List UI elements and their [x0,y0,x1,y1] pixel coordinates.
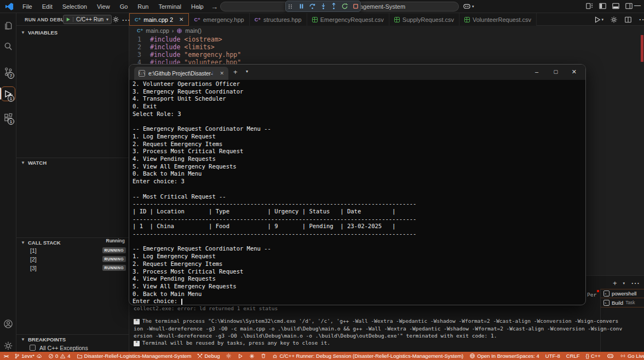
accounts-icon[interactable] [0,316,16,332]
tab-supplyrequest-csv[interactable]: SupplyRequest.csv [389,13,459,26]
stop-icon[interactable] [351,2,360,11]
problems-item[interactable]: 0 4 [48,353,71,359]
runner-star-icon[interactable] [249,353,255,359]
drag-grip-icon[interactable] [286,2,295,11]
menu-run[interactable]: Run [133,3,153,10]
console-title-bar[interactable]: C:\ e:\Github Project\Disaster-Re ✕ + ▾ … [129,65,585,80]
close-icon[interactable]: ✕ [220,71,224,76]
editor-code[interactable]: 1 #include <iostream> 2 #include <limits… [129,36,644,68]
search-icon[interactable] [0,38,16,55]
new-tab-icon[interactable]: + [233,68,238,76]
breadcrumb-file[interactable]: main.cpp [146,27,169,34]
branch-item[interactable]: 1evx* [14,353,42,359]
menu-view[interactable]: View [92,3,115,10]
runner-gear-icon[interactable] [610,16,618,24]
run-or-debug-button[interactable]: ▾ [594,16,603,24]
menu-selection[interactable]: Selection [58,3,92,10]
editor-actions: ▾ ⋯ [594,13,643,26]
console-cursor [181,299,182,305]
console-tab[interactable]: C:\ e:\Github Project\Disaster-Re ✕ [134,67,228,80]
terminal-output[interactable]: collect2.exe: error: ld returned 1 exit … [134,305,602,346]
toggle-panel-icon[interactable] [612,2,620,10]
console-close-icon[interactable]: ✕ [572,68,577,76]
trash-icon[interactable] [261,353,266,359]
breakpoint-all-cpp-exceptions[interactable]: All C++ Exceptions [16,344,129,352]
section-breakpoints[interactable]: ▼ BREAKPOINTS [16,335,129,344]
debug-toolbar [285,1,361,12]
more-actions-icon[interactable]: ⋯ [639,14,644,25]
window-minimize-icon[interactable]: — [634,2,641,9]
thread-status-badge: RUNNING [102,265,126,271]
call-stack-thread-2[interactable]: [2] RUNNING [16,255,129,264]
indentation-item[interactable]: Spaces: 4 [516,353,539,359]
console-minimize-icon[interactable]: – [535,68,538,75]
cpp-runner-session-item[interactable]: C/C++ Runner: Debug Session (Disaster-Re… [272,353,463,359]
open-in-browser-item[interactable]: Open In Browser [469,353,516,359]
tab-structures-hpp[interactable]: C⁺ structures.hpp [250,13,307,26]
new-terminal-icon[interactable]: + [613,279,617,287]
command-center-text: agement-System [360,3,405,10]
console-window[interactable]: C:\ e:\Github Project\Disaster-Re ✕ + ▾ … [129,64,586,305]
layout-customize-icon[interactable] [585,2,594,10]
nav-back-icon[interactable]: ← [196,3,203,11]
cloud-upload-icon [36,353,42,359]
remote-indicator[interactable]: >< [4,353,8,359]
step-out-icon[interactable] [329,2,338,11]
open-in-browser-label: Open In Browser [477,353,516,359]
menu-terminal[interactable]: Terminal [154,3,187,10]
tab-main-cpp[interactable]: C⁺ main.cpp 2 ✕ [129,13,189,26]
chevron-down-icon[interactable]: ▾ [246,69,248,74]
split-editor-icon[interactable] [624,16,632,24]
nav-forward-icon[interactable]: → [211,3,218,11]
tab-volunteerrequest-csv[interactable]: VolunteerRequest.csv [459,13,537,26]
call-stack-thread-3[interactable]: [3] RUNNING [16,264,129,272]
symbol-method-icon [176,28,182,34]
step-into-icon[interactable] [319,2,328,11]
toggle-sidebar-icon[interactable] [599,2,607,10]
encoding-item[interactable]: UTF-8 [545,353,560,359]
run-debug-sidebar: RUN AND DEBUG C/C++ Run ▾ ⋯ ▼ VARIABLES … [16,13,129,352]
error-count: 0 [55,353,58,359]
debug-mode-item[interactable]: Debug [197,353,220,359]
go-live-item[interactable]: Go Live [620,353,644,359]
copilot-status-icon[interactable] [607,352,614,359]
runner-settings-icon[interactable] [226,353,232,359]
git-branch-icon [14,353,20,359]
toggle-secondary-sidebar-icon[interactable] [625,2,633,10]
debug-settings-gear-icon[interactable] [112,16,119,23]
menu-go[interactable]: Go [115,3,133,10]
csv-file-icon [464,17,470,22]
console-tab-title: e:\Github Project\Disaster-Re [148,71,213,77]
checkbox[interactable] [30,345,36,351]
breadcrumb-symbol[interactable]: main() [185,27,202,34]
tab-emergency-hpp[interactable]: C⁺ emergency.hpp [189,13,249,26]
menu-edit[interactable]: Edit [37,3,58,10]
chevron-down-icon: ▾ [472,4,474,9]
pause-icon[interactable] [297,2,306,11]
tab-emergencyrequest-csv[interactable]: EmergencyRequest.csv [307,13,389,26]
explorer-icon[interactable] [0,18,16,34]
terminal-tab-build-task[interactable]: >_ Build Task [601,298,644,307]
globe-icon [469,353,475,359]
debug-config-dropdown[interactable]: C/C++ Run ▾ [63,15,112,24]
folder-item[interactable]: Disaster-Relief-Logistics-Management-Sys… [77,353,192,359]
restart-icon[interactable] [340,2,349,11]
console-output[interactable]: 2. Volunteer Operations Officer 3. Emerg… [133,80,416,305]
section-variables[interactable]: ▼ VARIABLES [16,28,129,37]
call-stack-thread-1[interactable]: [1] RUNNING [16,246,129,255]
section-watch[interactable]: ▼ WATCH [16,158,129,167]
terminal-line: collect2.exe: error: ld returned 1 exit … [134,305,602,312]
call-stack-status: Running [106,238,125,243]
run-play-icon[interactable] [238,353,243,359]
console-maximize-icon[interactable]: ▢ [553,69,558,74]
menu-file[interactable]: File [18,3,37,10]
language-mode-item[interactable]: {} C++ [586,353,601,359]
copilot-button[interactable]: ▾ [463,2,474,10]
step-over-icon[interactable] [308,2,317,11]
chevron-down-icon[interactable]: ▾ [623,281,625,286]
eol-item[interactable]: CRLF [566,353,580,359]
start-debug-button[interactable] [64,17,73,22]
more-actions-icon[interactable]: ⋯ [631,278,640,288]
close-icon[interactable]: ✕ [179,16,183,22]
terminal-tab-powershell[interactable]: >_ powershell [601,289,644,298]
